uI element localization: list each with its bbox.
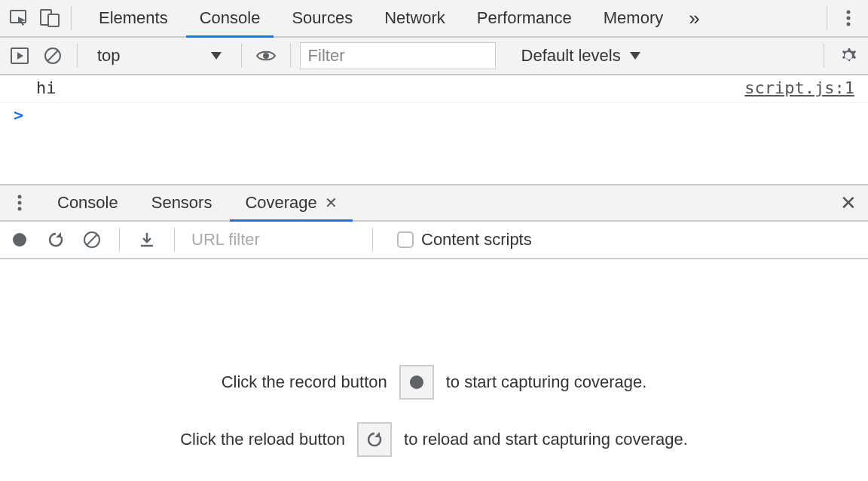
record-icon[interactable] — [399, 365, 434, 400]
drawer-toolbar: Console Sensors Coverage ✕ ✕ — [0, 185, 868, 222]
coverage-hint-reload: Click the reload button to reload and st… — [180, 422, 688, 457]
console-filter-input[interactable] — [300, 42, 496, 69]
coverage-hint-record: Click the record button to start capturi… — [222, 365, 647, 400]
tab-network[interactable]: Network — [371, 0, 459, 36]
tab-console[interactable]: Console — [186, 0, 274, 36]
content-scripts-checkbox[interactable]: Content scripts — [385, 230, 544, 250]
chevron-down-icon — [211, 52, 222, 60]
log-levels-selector[interactable]: Default levels — [511, 46, 651, 66]
tab-elements[interactable]: Elements — [85, 0, 182, 36]
execution-context-selector[interactable]: top — [87, 42, 232, 69]
prompt-chevron-icon: > — [14, 106, 23, 124]
hint-text: Click the record button — [222, 372, 387, 392]
drawer-tab-console[interactable]: Console — [42, 185, 133, 220]
main-tabs: Elements Console Sources Network Perform… — [85, 0, 821, 36]
divider — [290, 44, 291, 68]
inspect-icon[interactable] — [5, 3, 35, 33]
log-source-link[interactable]: script.js:1 — [744, 78, 854, 97]
reload-icon[interactable] — [357, 422, 392, 457]
device-toolbar-icon[interactable] — [35, 3, 65, 33]
svg-point-11 — [18, 201, 22, 205]
devtools-main-toolbar: Elements Console Sources Network Perform… — [0, 0, 868, 38]
tabs-overflow-button[interactable]: » — [681, 0, 707, 36]
close-drawer-icon[interactable]: ✕ — [833, 188, 863, 218]
divider — [824, 44, 824, 68]
close-tab-icon[interactable]: ✕ — [325, 194, 338, 212]
eye-icon[interactable] — [251, 41, 281, 71]
record-icon[interactable] — [5, 225, 35, 255]
console-toolbar: top Default levels — [0, 38, 868, 75]
divider — [71, 6, 72, 30]
svg-point-5 — [847, 23, 851, 26]
kebab-menu-icon[interactable] — [833, 3, 863, 33]
checkbox-label: Content scripts — [421, 230, 532, 250]
divider — [119, 228, 120, 252]
divider — [827, 6, 827, 30]
drawer-tab-sensors[interactable]: Sensors — [136, 185, 228, 220]
svg-point-10 — [18, 195, 22, 199]
console-prompt[interactable]: > — [0, 103, 868, 127]
tab-performance[interactable]: Performance — [463, 0, 585, 36]
svg-point-3 — [847, 11, 851, 14]
kebab-menu-icon[interactable] — [5, 188, 35, 218]
coverage-url-filter-input[interactable] — [187, 226, 360, 253]
hint-text: Click the reload button — [180, 430, 345, 449]
divider — [174, 228, 175, 252]
chevron-down-icon — [630, 52, 640, 60]
log-message: hi — [36, 78, 57, 97]
levels-label: Default levels — [521, 46, 621, 66]
divider — [372, 228, 373, 252]
tab-memory[interactable]: Memory — [590, 0, 677, 36]
gear-icon[interactable] — [833, 41, 863, 71]
svg-point-13 — [13, 233, 26, 247]
divider — [77, 44, 78, 68]
svg-point-9 — [263, 53, 269, 59]
svg-line-8 — [47, 51, 58, 61]
context-label: top — [97, 46, 121, 66]
clear-icon[interactable] — [77, 225, 107, 255]
divider — [241, 44, 242, 68]
clear-console-icon[interactable] — [38, 41, 68, 71]
devtools-drawer: Console Sensors Coverage ✕ ✕ — [0, 184, 868, 481]
coverage-empty-state: Click the record button to start capturi… — [0, 365, 868, 457]
play-icon[interactable] — [5, 41, 35, 71]
hint-text: to start capturing coverage. — [446, 372, 647, 392]
console-output: hi script.js:1 > — [0, 75, 868, 127]
tab-sources[interactable]: Sources — [278, 0, 366, 36]
drawer-tab-label: Coverage — [245, 193, 316, 213]
reload-icon[interactable] — [41, 225, 71, 255]
checkbox-icon — [397, 231, 414, 248]
svg-point-12 — [18, 207, 22, 211]
console-log-row[interactable]: hi script.js:1 — [0, 75, 868, 103]
hint-text: to reload and start capturing coverage. — [404, 430, 688, 449]
svg-rect-2 — [48, 14, 59, 26]
drawer-tab-coverage[interactable]: Coverage ✕ — [230, 185, 352, 220]
coverage-toolbar: Content scripts — [0, 222, 868, 259]
svg-point-4 — [847, 17, 851, 20]
svg-line-15 — [87, 234, 97, 245]
export-icon[interactable] — [132, 225, 162, 255]
svg-point-17 — [410, 375, 423, 389]
